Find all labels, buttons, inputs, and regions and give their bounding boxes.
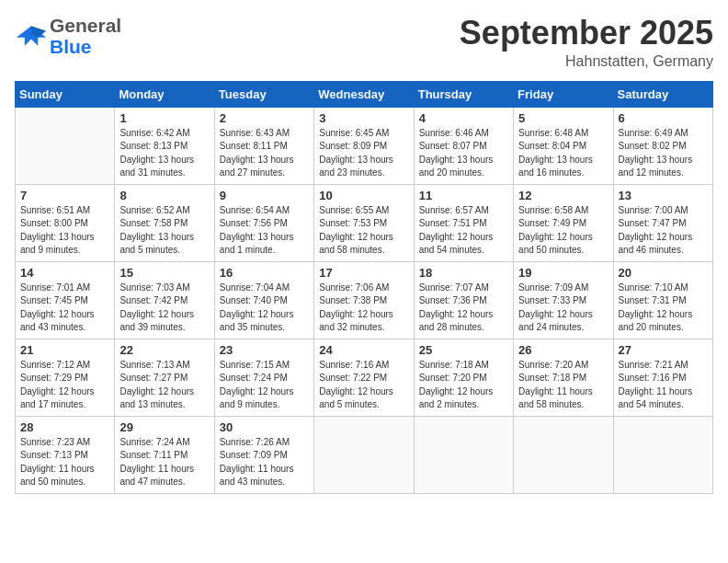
- weekday-header-monday: Monday: [115, 81, 214, 107]
- day-info: Sunrise: 7:09 AM Sunset: 7:33 PM Dayligh…: [518, 282, 608, 335]
- day-info: Sunrise: 7:04 AM Sunset: 7:40 PM Dayligh…: [220, 282, 309, 335]
- week-row-5: 28Sunrise: 7:23 AM Sunset: 7:13 PM Dayli…: [16, 416, 713, 493]
- day-number: 26: [518, 343, 608, 357]
- day-info: Sunrise: 6:42 AM Sunset: 8:13 PM Dayligh…: [119, 127, 209, 180]
- day-number: 29: [119, 420, 209, 434]
- day-info: Sunrise: 6:49 AM Sunset: 8:02 PM Dayligh…: [619, 127, 708, 180]
- calendar-cell: 15Sunrise: 7:03 AM Sunset: 7:42 PM Dayli…: [115, 261, 214, 339]
- calendar-cell: 22Sunrise: 7:13 AM Sunset: 7:27 PM Dayli…: [115, 339, 214, 416]
- calendar-cell: 21Sunrise: 7:12 AM Sunset: 7:29 PM Dayli…: [16, 339, 115, 416]
- weekday-header-friday: Friday: [514, 81, 613, 107]
- logo-icon: [15, 22, 48, 50]
- day-number: 1: [119, 111, 209, 125]
- logo: General Blue: [15, 15, 121, 57]
- day-number: 15: [119, 266, 209, 280]
- calendar-cell: 1Sunrise: 6:42 AM Sunset: 8:13 PM Daylig…: [115, 107, 214, 184]
- day-info: Sunrise: 6:46 AM Sunset: 8:07 PM Dayligh…: [419, 127, 508, 180]
- calendar-cell: 9Sunrise: 6:54 AM Sunset: 7:56 PM Daylig…: [214, 184, 313, 261]
- calendar-cell: 20Sunrise: 7:10 AM Sunset: 7:31 PM Dayli…: [613, 261, 712, 339]
- day-info: Sunrise: 7:15 AM Sunset: 7:24 PM Dayligh…: [220, 359, 309, 412]
- weekday-header-saturday: Saturday: [613, 81, 712, 107]
- weekday-header-sunday: Sunday: [16, 81, 115, 107]
- calendar-cell: 28Sunrise: 7:23 AM Sunset: 7:13 PM Dayli…: [16, 416, 115, 493]
- calendar-cell: 3Sunrise: 6:45 AM Sunset: 8:09 PM Daylig…: [314, 107, 414, 184]
- location: Hahnstatten, Germany: [460, 53, 713, 70]
- weekday-header-thursday: Thursday: [414, 81, 513, 107]
- day-number: 23: [220, 343, 309, 357]
- weekday-header-tuesday: Tuesday: [214, 81, 313, 107]
- day-info: Sunrise: 6:57 AM Sunset: 7:51 PM Dayligh…: [419, 204, 508, 258]
- day-number: 12: [518, 189, 608, 202]
- day-number: 5: [518, 111, 608, 125]
- day-info: Sunrise: 7:18 AM Sunset: 7:20 PM Dayligh…: [419, 359, 508, 412]
- day-number: 19: [518, 266, 608, 280]
- calendar-cell: 5Sunrise: 6:48 AM Sunset: 8:04 PM Daylig…: [514, 107, 613, 184]
- calendar-cell: [613, 416, 712, 493]
- calendar-table: SundayMondayTuesdayWednesdayThursdayFrid…: [15, 81, 713, 494]
- day-number: 3: [319, 111, 408, 125]
- calendar-cell: 4Sunrise: 6:46 AM Sunset: 8:07 PM Daylig…: [414, 107, 513, 184]
- day-info: Sunrise: 7:06 AM Sunset: 7:38 PM Dayligh…: [319, 282, 408, 335]
- day-number: 28: [20, 420, 109, 434]
- logo-text: General Blue: [50, 15, 121, 57]
- day-number: 17: [319, 266, 408, 280]
- calendar-cell: 13Sunrise: 7:00 AM Sunset: 7:47 PM Dayli…: [613, 184, 712, 261]
- day-info: Sunrise: 6:43 AM Sunset: 8:11 PM Dayligh…: [220, 127, 309, 180]
- day-info: Sunrise: 7:24 AM Sunset: 7:11 PM Dayligh…: [119, 436, 209, 489]
- calendar-cell: 7Sunrise: 6:51 AM Sunset: 8:00 PM Daylig…: [16, 184, 115, 261]
- day-number: 21: [20, 343, 109, 357]
- day-number: 30: [220, 420, 309, 434]
- day-info: Sunrise: 7:21 AM Sunset: 7:16 PM Dayligh…: [619, 359, 708, 412]
- weekday-header-row: SundayMondayTuesdayWednesdayThursdayFrid…: [16, 81, 713, 107]
- day-number: 8: [119, 189, 209, 202]
- day-number: 18: [419, 266, 508, 280]
- week-row-4: 21Sunrise: 7:12 AM Sunset: 7:29 PM Dayli…: [16, 339, 713, 416]
- day-info: Sunrise: 6:48 AM Sunset: 8:04 PM Dayligh…: [518, 127, 608, 180]
- title-block: September 2025 Hahnstatten, Germany: [460, 15, 713, 70]
- calendar-cell: 26Sunrise: 7:20 AM Sunset: 7:18 PM Dayli…: [514, 339, 613, 416]
- calendar-cell: [514, 416, 613, 493]
- day-number: 11: [419, 189, 508, 202]
- calendar-cell: 11Sunrise: 6:57 AM Sunset: 7:51 PM Dayli…: [414, 184, 513, 261]
- day-number: 2: [220, 111, 309, 125]
- day-info: Sunrise: 7:10 AM Sunset: 7:31 PM Dayligh…: [619, 282, 708, 335]
- calendar-cell: 18Sunrise: 7:07 AM Sunset: 7:36 PM Dayli…: [414, 261, 513, 339]
- calendar-cell: 30Sunrise: 7:26 AM Sunset: 7:09 PM Dayli…: [214, 416, 313, 493]
- day-info: Sunrise: 6:58 AM Sunset: 7:49 PM Dayligh…: [518, 204, 608, 258]
- day-info: Sunrise: 6:52 AM Sunset: 7:58 PM Dayligh…: [119, 204, 209, 258]
- day-number: 27: [619, 343, 708, 357]
- calendar-cell: 6Sunrise: 6:49 AM Sunset: 8:02 PM Daylig…: [613, 107, 712, 184]
- week-row-2: 7Sunrise: 6:51 AM Sunset: 8:00 PM Daylig…: [16, 184, 713, 261]
- day-info: Sunrise: 6:54 AM Sunset: 7:56 PM Dayligh…: [220, 204, 309, 258]
- calendar-cell: 27Sunrise: 7:21 AM Sunset: 7:16 PM Dayli…: [613, 339, 712, 416]
- day-info: Sunrise: 6:51 AM Sunset: 8:00 PM Dayligh…: [20, 204, 109, 258]
- day-number: 9: [220, 189, 309, 202]
- day-number: 6: [619, 111, 708, 125]
- month-title: September 2025: [460, 15, 713, 52]
- week-row-1: 1Sunrise: 6:42 AM Sunset: 8:13 PM Daylig…: [16, 107, 713, 184]
- day-number: 13: [619, 189, 708, 202]
- day-info: Sunrise: 7:03 AM Sunset: 7:42 PM Dayligh…: [119, 282, 209, 335]
- day-info: Sunrise: 6:55 AM Sunset: 7:53 PM Dayligh…: [319, 204, 408, 258]
- day-number: 14: [20, 266, 109, 280]
- calendar-cell: [314, 416, 414, 493]
- day-info: Sunrise: 7:26 AM Sunset: 7:09 PM Dayligh…: [220, 436, 309, 489]
- day-number: 22: [119, 343, 209, 357]
- calendar-cell: 12Sunrise: 6:58 AM Sunset: 7:49 PM Dayli…: [514, 184, 613, 261]
- calendar-cell: 16Sunrise: 7:04 AM Sunset: 7:40 PM Dayli…: [214, 261, 313, 339]
- day-info: Sunrise: 7:01 AM Sunset: 7:45 PM Dayligh…: [20, 282, 109, 335]
- calendar-cell: 2Sunrise: 6:43 AM Sunset: 8:11 PM Daylig…: [214, 107, 313, 184]
- day-number: 7: [20, 189, 109, 202]
- day-number: 10: [319, 189, 408, 202]
- calendar-cell: 19Sunrise: 7:09 AM Sunset: 7:33 PM Dayli…: [514, 261, 613, 339]
- calendar-cell: 24Sunrise: 7:16 AM Sunset: 7:22 PM Dayli…: [314, 339, 414, 416]
- week-row-3: 14Sunrise: 7:01 AM Sunset: 7:45 PM Dayli…: [16, 261, 713, 339]
- day-info: Sunrise: 7:16 AM Sunset: 7:22 PM Dayligh…: [319, 359, 408, 412]
- day-number: 25: [419, 343, 508, 357]
- day-info: Sunrise: 6:45 AM Sunset: 8:09 PM Dayligh…: [319, 127, 408, 180]
- day-info: Sunrise: 7:07 AM Sunset: 7:36 PM Dayligh…: [419, 282, 508, 335]
- day-number: 20: [619, 266, 708, 280]
- calendar-cell: 17Sunrise: 7:06 AM Sunset: 7:38 PM Dayli…: [314, 261, 414, 339]
- day-info: Sunrise: 7:20 AM Sunset: 7:18 PM Dayligh…: [518, 359, 608, 412]
- day-info: Sunrise: 7:12 AM Sunset: 7:29 PM Dayligh…: [20, 359, 109, 412]
